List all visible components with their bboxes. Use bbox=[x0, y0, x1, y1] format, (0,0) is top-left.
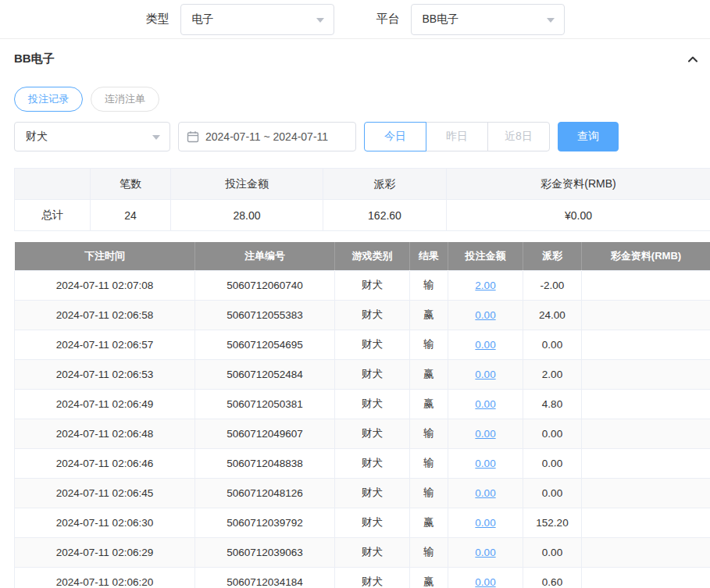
last8days-button[interactable]: 近8日 bbox=[487, 122, 550, 151]
cell-order-number: 5060712060740 bbox=[195, 270, 335, 300]
cell-payout: 2.00 bbox=[523, 359, 582, 389]
game-select-value: 财犬 bbox=[26, 130, 48, 144]
cell-bonus bbox=[582, 508, 710, 537]
cell-payout: 152.20 bbox=[523, 508, 582, 537]
header-payout: 派彩 bbox=[523, 242, 582, 270]
cell-result: 赢 bbox=[410, 567, 448, 588]
game-select[interactable]: 财犬 bbox=[14, 122, 170, 151]
cell-bonus bbox=[582, 419, 710, 448]
cell-game-type: 财犬 bbox=[335, 270, 410, 300]
summary-header-bonus: 彩金资料(RMB) bbox=[447, 169, 710, 200]
cell-game-type: 财犬 bbox=[335, 478, 410, 508]
cell-bet-amount: 0.00 bbox=[448, 389, 523, 419]
cell-bet-time: 2024-07-11 02:06:46 bbox=[15, 448, 195, 478]
cell-payout: 0.00 bbox=[523, 419, 582, 448]
bet-amount-link[interactable]: 0.00 bbox=[475, 517, 495, 529]
records-table-body: 2024-07-11 02:07:08 5060712060740 财犬 输 2… bbox=[15, 270, 710, 588]
cell-bet-time: 2024-07-11 02:06:57 bbox=[15, 330, 195, 359]
cell-bonus bbox=[582, 270, 710, 300]
bet-amount-link[interactable]: 0.00 bbox=[475, 428, 495, 440]
type-label: 类型 bbox=[146, 12, 169, 27]
type-select[interactable]: 电子 bbox=[180, 4, 334, 35]
cell-order-number: 5060712034184 bbox=[195, 567, 335, 588]
header-bet-amount: 投注金额 bbox=[448, 242, 523, 270]
cell-bet-amount: 0.00 bbox=[448, 300, 523, 330]
summary-total-label: 总计 bbox=[15, 200, 91, 231]
table-row: 2024-07-11 02:07:08 5060712060740 财犬 输 2… bbox=[15, 270, 710, 300]
cell-bonus bbox=[582, 359, 710, 389]
bet-amount-link[interactable]: 0.00 bbox=[475, 576, 495, 588]
table-row: 2024-07-11 02:06:46 5060712048838 财犬 输 0… bbox=[15, 448, 710, 478]
cell-payout: 24.00 bbox=[523, 300, 582, 330]
cell-order-number: 5060712049607 bbox=[195, 419, 335, 448]
bet-amount-link[interactable]: 0.00 bbox=[475, 398, 495, 410]
table-row: 2024-07-11 02:06:20 5060712034184 财犬 赢 0… bbox=[15, 567, 710, 588]
tab-bet-records[interactable]: 投注记录 bbox=[14, 87, 83, 112]
cell-payout: 0.00 bbox=[523, 537, 582, 567]
table-row: 2024-07-11 02:06:57 5060712054695 财犬 输 0… bbox=[15, 330, 710, 359]
cell-game-type: 财犬 bbox=[335, 537, 410, 567]
table-row: 2024-07-11 02:06:49 5060712050381 财犬 赢 0… bbox=[15, 389, 710, 419]
records-table: 下注时间 注单编号 游戏类别 结果 投注金额 派彩 彩金资料(RMB) 2024… bbox=[14, 242, 710, 588]
cell-game-type: 财犬 bbox=[335, 508, 410, 537]
cell-bet-amount: 2.00 bbox=[448, 270, 523, 300]
cell-result: 输 bbox=[410, 330, 448, 359]
summary-count-value: 24 bbox=[91, 200, 171, 231]
yesterday-button[interactable]: 昨日 bbox=[426, 122, 488, 151]
cell-bet-amount: 0.00 bbox=[448, 537, 523, 567]
summary-header-blank bbox=[15, 169, 91, 200]
summary-header-row: 笔数 投注金额 派彩 彩金资料(RMB) bbox=[15, 169, 710, 200]
bet-amount-link[interactable]: 0.00 bbox=[475, 309, 495, 321]
table-row: 2024-07-11 02:06:30 5060712039792 财犬 赢 0… bbox=[15, 508, 710, 537]
top-filter-row: 类型 电子 平台 BB电子 bbox=[0, 0, 710, 39]
tab-bet-records-label: 投注记录 bbox=[28, 92, 69, 106]
cell-bonus bbox=[582, 448, 710, 478]
cell-order-number: 5060712054695 bbox=[195, 330, 335, 359]
chevron-down-icon bbox=[316, 18, 324, 27]
bet-amount-link[interactable]: 0.00 bbox=[475, 458, 495, 469]
chevron-down-icon bbox=[547, 18, 555, 27]
bet-amount-link[interactable]: 0.00 bbox=[475, 547, 495, 558]
cell-bet-amount: 0.00 bbox=[448, 448, 523, 478]
cell-bet-time: 2024-07-11 02:06:53 bbox=[15, 359, 195, 389]
table-row: 2024-07-11 02:06:29 5060712039063 财犬 输 0… bbox=[15, 537, 710, 567]
header-game-type: 游戏类别 bbox=[335, 242, 410, 270]
date-quick-buttons: 今日 昨日 近8日 bbox=[364, 122, 550, 151]
cell-bonus bbox=[582, 330, 710, 359]
cell-result: 赢 bbox=[410, 359, 448, 389]
cell-bonus bbox=[582, 389, 710, 419]
query-button[interactable]: 查询 bbox=[558, 122, 619, 151]
cell-order-number: 5060712039063 bbox=[195, 537, 335, 567]
table-row: 2024-07-11 02:06:45 5060712048126 财犬 输 0… bbox=[15, 478, 710, 508]
cell-bet-amount: 0.00 bbox=[448, 567, 523, 588]
cell-bet-time: 2024-07-11 02:06:30 bbox=[15, 508, 195, 537]
cell-result: 输 bbox=[410, 478, 448, 508]
tab-cancelled-orders[interactable]: 连消注单 bbox=[91, 87, 159, 112]
cell-bet-time: 2024-07-11 02:06:29 bbox=[15, 537, 195, 567]
cell-payout: 0.00 bbox=[523, 478, 582, 508]
collapse-section-button[interactable] bbox=[687, 53, 699, 66]
platform-select[interactable]: BB电子 bbox=[411, 4, 565, 35]
records-header-row: 下注时间 注单编号 游戏类别 结果 投注金额 派彩 彩金资料(RMB) bbox=[15, 242, 710, 270]
tab-cancelled-orders-label: 连消注单 bbox=[105, 92, 145, 106]
cell-result: 输 bbox=[410, 419, 448, 448]
date-range-picker[interactable]: 2024-07-11 ~ 2024-07-11 bbox=[178, 122, 356, 151]
summary-bet-amount-value: 28.00 bbox=[171, 200, 323, 231]
table-row: 2024-07-11 02:06:53 5060712052484 财犬 赢 0… bbox=[15, 359, 710, 389]
bet-amount-link[interactable]: 0.00 bbox=[475, 339, 495, 351]
cell-order-number: 5060712048126 bbox=[195, 478, 335, 508]
cell-game-type: 财犬 bbox=[335, 330, 410, 359]
bet-amount-link[interactable]: 0.00 bbox=[475, 369, 495, 380]
cell-bonus bbox=[582, 478, 710, 508]
cell-bet-amount: 0.00 bbox=[448, 330, 523, 359]
bet-amount-link[interactable]: 0.00 bbox=[475, 487, 495, 499]
cell-bet-time: 2024-07-11 02:07:08 bbox=[15, 270, 195, 300]
cell-order-number: 5060712055383 bbox=[195, 300, 335, 330]
summary-header-count: 笔数 bbox=[91, 169, 171, 200]
cell-game-type: 财犬 bbox=[335, 567, 410, 588]
cell-bonus bbox=[582, 537, 710, 567]
bet-amount-link[interactable]: 2.00 bbox=[475, 280, 495, 291]
today-button[interactable]: 今日 bbox=[364, 122, 426, 151]
cell-bet-time: 2024-07-11 02:06:20 bbox=[15, 567, 195, 588]
summary-bonus-value: ¥0.00 bbox=[447, 200, 710, 231]
